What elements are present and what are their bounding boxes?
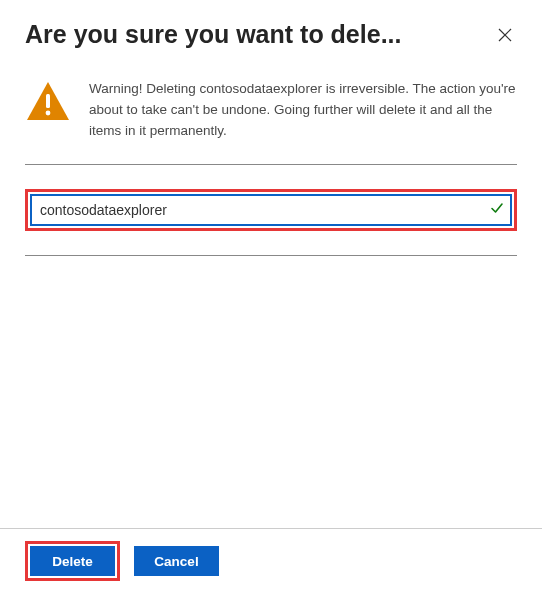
confirm-input-wrapper <box>30 194 512 226</box>
header: Are you sure you want to dele... <box>25 20 517 49</box>
confirm-name-input[interactable] <box>32 196 510 224</box>
warning-icon <box>25 79 71 125</box>
warning-block: Warning! Deleting contosodataexplorer is… <box>25 79 517 165</box>
close-icon <box>497 27 513 43</box>
close-button[interactable] <box>493 23 517 47</box>
cancel-button[interactable]: Cancel <box>134 546 219 576</box>
svg-rect-2 <box>46 94 50 108</box>
check-icon <box>490 201 504 219</box>
page-title: Are you sure you want to dele... <box>25 20 483 49</box>
divider <box>25 255 517 256</box>
delete-confirmation-panel: Are you sure you want to dele... Warning… <box>0 0 542 599</box>
warning-text: Warning! Deleting contosodataexplorer is… <box>89 79 517 142</box>
footer: Delete Cancel <box>0 528 542 599</box>
delete-button[interactable]: Delete <box>30 546 115 576</box>
delete-button-highlight: Delete <box>25 541 120 581</box>
svg-point-3 <box>46 111 51 116</box>
confirm-input-highlight <box>25 189 517 231</box>
